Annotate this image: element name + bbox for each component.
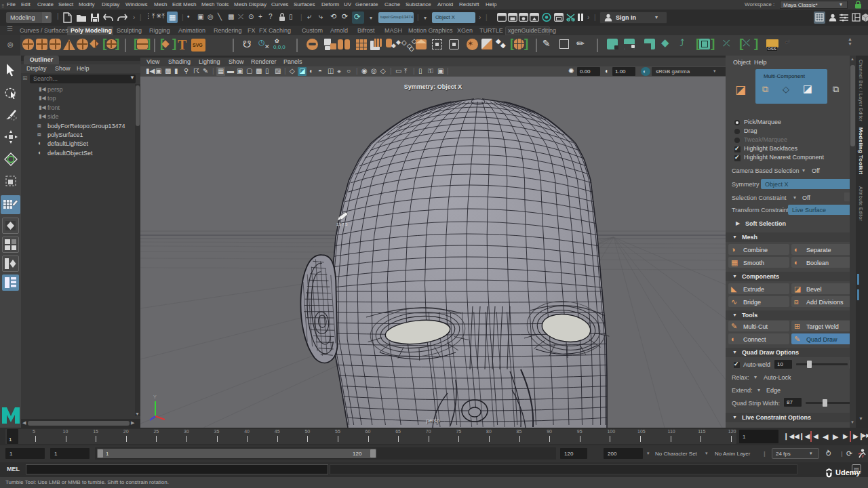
svg-text:13 7.5: 13 7.5 — [336, 222, 348, 226]
svg-text:Y: Y — [153, 394, 157, 399]
